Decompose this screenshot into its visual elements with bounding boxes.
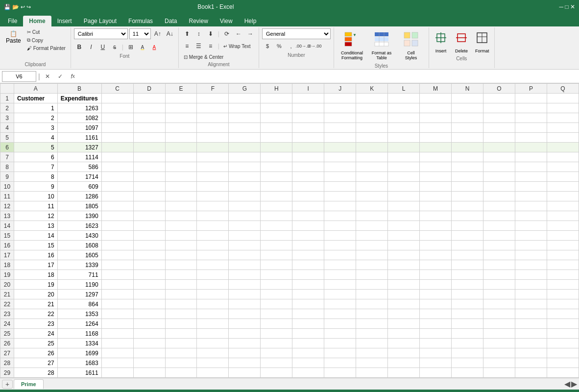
cell-E27[interactable] — [165, 348, 197, 358]
cell-G12[interactable] — [229, 201, 261, 211]
cell-P21[interactable] — [515, 290, 547, 299]
cell-I27[interactable] — [292, 348, 324, 358]
cell-J15[interactable] — [324, 231, 356, 241]
cell-A10[interactable]: 9 — [14, 182, 58, 192]
align-center-button[interactable]: ☰ — [193, 41, 204, 51]
cell-A1[interactable]: Customer — [14, 94, 58, 103]
cell-O13[interactable] — [483, 211, 515, 221]
cell-A20[interactable]: 19 — [14, 280, 58, 290]
cell-E14[interactable] — [165, 221, 197, 231]
cell-L14[interactable] — [388, 221, 420, 231]
cell-I17[interactable] — [292, 250, 324, 260]
cell-P29[interactable] — [515, 368, 547, 378]
cell-M26[interactable] — [420, 339, 452, 348]
cell-A23[interactable]: 22 — [14, 309, 58, 319]
cell-K13[interactable] — [356, 211, 388, 221]
cell-N20[interactable] — [452, 280, 483, 290]
cell-K29[interactable] — [356, 368, 388, 378]
cell-E29[interactable] — [165, 368, 197, 378]
cell-M28[interactable] — [420, 358, 452, 368]
cell-D11[interactable] — [133, 192, 165, 201]
cell-K26[interactable] — [356, 339, 388, 348]
cell-P24[interactable] — [515, 319, 547, 329]
cell-K15[interactable] — [356, 231, 388, 241]
cell-Q18[interactable] — [547, 260, 579, 270]
cell-J8[interactable] — [324, 162, 356, 172]
cell-J17[interactable] — [324, 250, 356, 260]
cell-N12[interactable] — [452, 201, 483, 211]
cell-K20[interactable] — [356, 280, 388, 290]
cell-B10[interactable]: 609 — [57, 182, 101, 192]
cell-P26[interactable] — [515, 339, 547, 348]
cell-C16[interactable] — [101, 241, 133, 250]
cell-Q12[interactable] — [547, 201, 579, 211]
delete-button[interactable]: Delete — [453, 29, 470, 55]
col-header-D[interactable]: D — [133, 84, 165, 94]
cell-C7[interactable] — [101, 152, 133, 162]
cell-F5[interactable] — [197, 133, 229, 143]
cell-J16[interactable] — [324, 241, 356, 250]
cell-I9[interactable] — [292, 172, 324, 182]
merge-center-button[interactable]: ⊡ Merge & Center — [182, 53, 226, 61]
cell-M1[interactable] — [420, 94, 452, 103]
cell-I21[interactable] — [292, 290, 324, 299]
cell-G16[interactable] — [229, 241, 261, 250]
cell-E10[interactable] — [165, 182, 197, 192]
cell-F8[interactable] — [197, 162, 229, 172]
cell-C10[interactable] — [101, 182, 133, 192]
cell-A13[interactable]: 12 — [14, 211, 58, 221]
cell-J10[interactable] — [324, 182, 356, 192]
cell-C13[interactable] — [101, 211, 133, 221]
cell-C15[interactable] — [101, 231, 133, 241]
cell-P19[interactable] — [515, 270, 547, 280]
cell-I18[interactable] — [292, 260, 324, 270]
cell-L23[interactable] — [388, 309, 420, 319]
cell-E26[interactable] — [165, 339, 197, 348]
cell-D9[interactable] — [133, 172, 165, 182]
cell-F4[interactable] — [197, 123, 229, 133]
cell-J9[interactable] — [324, 172, 356, 182]
cell-K16[interactable] — [356, 241, 388, 250]
cell-I3[interactable] — [292, 113, 324, 123]
cell-P8[interactable] — [515, 162, 547, 172]
cell-D23[interactable] — [133, 309, 165, 319]
cell-J24[interactable] — [324, 319, 356, 329]
cell-N26[interactable] — [452, 339, 483, 348]
tab-formulas[interactable]: Formulas — [122, 16, 159, 26]
cell-G20[interactable] — [229, 280, 261, 290]
cell-O1[interactable] — [483, 94, 515, 103]
cell-C9[interactable] — [101, 172, 133, 182]
cell-G29[interactable] — [229, 368, 261, 378]
cell-B25[interactable]: 1168 — [57, 329, 101, 339]
cell-E19[interactable] — [165, 270, 197, 280]
cell-Q6[interactable] — [547, 143, 579, 152]
cell-M29[interactable] — [420, 368, 452, 378]
cell-J11[interactable] — [324, 192, 356, 201]
cell-C28[interactable] — [101, 358, 133, 368]
format-as-table-button[interactable]: Format asTable — [368, 29, 395, 62]
paste-button[interactable]: 📋 Paste — [3, 28, 24, 46]
cell-B27[interactable]: 1699 — [57, 348, 101, 358]
cell-D25[interactable] — [133, 329, 165, 339]
cell-O25[interactable] — [483, 329, 515, 339]
cell-H27[interactable] — [261, 348, 292, 358]
cell-G18[interactable] — [229, 260, 261, 270]
cell-K14[interactable] — [356, 221, 388, 231]
cell-B21[interactable]: 1297 — [57, 290, 101, 299]
increase-decimal-button[interactable]: .0→.00 — [309, 41, 320, 51]
cell-A4[interactable]: 3 — [14, 123, 58, 133]
cell-B15[interactable]: 1430 — [57, 231, 101, 241]
cell-B16[interactable]: 1608 — [57, 241, 101, 250]
cell-O22[interactable] — [483, 299, 515, 309]
cell-D13[interactable] — [133, 211, 165, 221]
cell-F25[interactable] — [197, 329, 229, 339]
cell-L6[interactable] — [388, 143, 420, 152]
cell-N16[interactable] — [452, 241, 483, 250]
col-header-J[interactable]: J — [324, 84, 356, 94]
cell-K7[interactable] — [356, 152, 388, 162]
cell-F18[interactable] — [197, 260, 229, 270]
cell-N15[interactable] — [452, 231, 483, 241]
align-bottom-button[interactable]: ⬇ — [205, 28, 216, 39]
cell-C23[interactable] — [101, 309, 133, 319]
cell-F6[interactable] — [197, 143, 229, 152]
